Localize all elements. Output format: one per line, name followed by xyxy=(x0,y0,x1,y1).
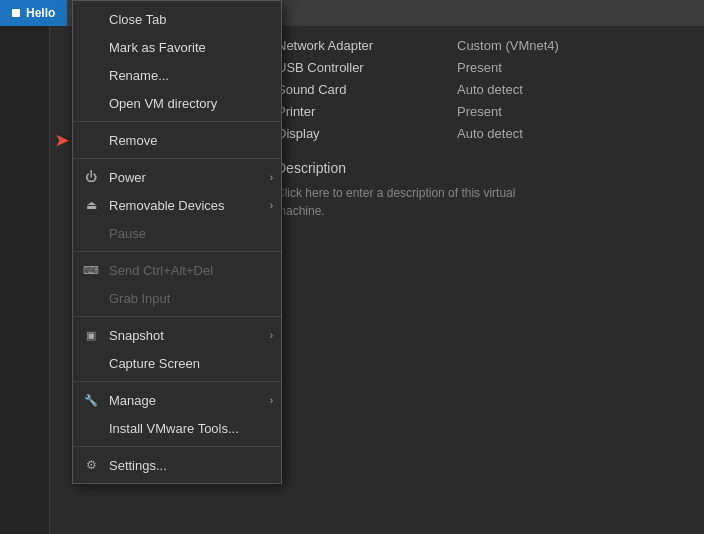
device-name-network: Network Adapter xyxy=(277,38,437,53)
device-value-sound: Auto detect xyxy=(437,82,694,97)
device-name-printer: Printer xyxy=(277,104,437,119)
tab-indicator xyxy=(12,9,20,17)
menu-item-open-vm-dir[interactable]: Open VM directory xyxy=(73,89,281,117)
removable-devices-icon: ⏏ xyxy=(81,195,101,215)
separator-6 xyxy=(73,446,281,447)
menu-item-send-ctrl-alt-del[interactable]: ⌨ Send Ctrl+Alt+Del xyxy=(73,256,281,284)
description-section: Description Click here to enter a descri… xyxy=(260,150,704,230)
settings-label: Settings... xyxy=(109,458,167,473)
power-label: Power xyxy=(109,170,146,185)
separator-2 xyxy=(73,158,281,159)
power-arrow-icon: › xyxy=(270,172,273,183)
device-name-usb: USB Controller xyxy=(277,60,437,75)
pause-label: Pause xyxy=(109,226,146,241)
device-name-sound: Sound Card xyxy=(277,82,437,97)
install-vmware-tools-label: Install VMware Tools... xyxy=(109,421,239,436)
manage-label: Manage xyxy=(109,393,156,408)
separator-3 xyxy=(73,251,281,252)
settings-icon: ⚙ xyxy=(81,455,101,475)
device-row-network[interactable]: Network Adapter Custom (VMnet4) xyxy=(261,34,704,56)
description-title: Description xyxy=(276,160,694,176)
device-value-usb: Present xyxy=(437,60,694,75)
separator-4 xyxy=(73,316,281,317)
menu-item-power[interactable]: ⏻ Power › xyxy=(73,163,281,191)
device-row-display[interactable]: Display Auto detect xyxy=(261,122,704,144)
mark-favorite-label: Mark as Favorite xyxy=(109,40,206,55)
capture-screen-label: Capture Screen xyxy=(109,356,200,371)
remove-label: Remove xyxy=(109,133,157,148)
vm-tab[interactable]: Hello xyxy=(0,0,67,26)
tab-label: Hello xyxy=(26,6,55,20)
menu-item-mark-favorite[interactable]: Mark as Favorite xyxy=(73,33,281,61)
menu-item-settings[interactable]: ⚙ Settings... xyxy=(73,451,281,479)
device-name-display: Display xyxy=(277,126,437,141)
menu-item-install-vmware-tools[interactable]: Install VMware Tools... xyxy=(73,414,281,442)
snapshot-icon: ▣ xyxy=(81,325,101,345)
separator-5 xyxy=(73,381,281,382)
description-text: Click here to enter a description of thi… xyxy=(276,184,694,220)
device-row-printer[interactable]: Printer Present xyxy=(261,100,704,122)
menu-item-grab-input[interactable]: Grab Input xyxy=(73,284,281,312)
rename-label: Rename... xyxy=(109,68,169,83)
send-ctrl-alt-del-label: Send Ctrl+Alt+Del xyxy=(109,263,213,278)
keyboard-icon: ⌨ xyxy=(81,260,101,280)
remove-arrow-icon: ➤ xyxy=(55,131,68,150)
context-menu: Close Tab Mark as Favorite Rename... Ope… xyxy=(72,0,282,484)
sidebar-strip xyxy=(0,26,50,534)
snapshot-arrow-icon: › xyxy=(270,330,273,341)
menu-item-close-tab[interactable]: Close Tab xyxy=(73,5,281,33)
menu-item-manage[interactable]: 🔧 Manage › xyxy=(73,386,281,414)
removable-devices-arrow-icon: › xyxy=(270,200,273,211)
open-vm-dir-label: Open VM directory xyxy=(109,96,217,111)
menu-item-removable-devices[interactable]: ⏏ Removable Devices › xyxy=(73,191,281,219)
close-tab-label: Close Tab xyxy=(109,12,167,27)
removable-devices-label: Removable Devices xyxy=(109,198,225,213)
device-row-sound[interactable]: Sound Card Auto detect xyxy=(261,78,704,100)
manage-icon: 🔧 xyxy=(81,390,101,410)
menu-item-remove[interactable]: ➤ Remove xyxy=(73,126,281,154)
menu-item-capture-screen[interactable]: Capture Screen xyxy=(73,349,281,377)
menu-item-snapshot[interactable]: ▣ Snapshot › xyxy=(73,321,281,349)
menu-item-rename[interactable]: Rename... xyxy=(73,61,281,89)
power-icon: ⏻ xyxy=(81,167,101,187)
device-value-network: Custom (VMnet4) xyxy=(437,38,694,53)
menu-item-pause[interactable]: Pause xyxy=(73,219,281,247)
grab-input-label: Grab Input xyxy=(109,291,170,306)
manage-arrow-icon: › xyxy=(270,395,273,406)
device-value-display: Auto detect xyxy=(437,126,694,141)
device-row-usb[interactable]: USB Controller Present xyxy=(261,56,704,78)
snapshot-label: Snapshot xyxy=(109,328,164,343)
device-value-printer: Present xyxy=(437,104,694,119)
separator-1 xyxy=(73,121,281,122)
device-list: Network Adapter Custom (VMnet4) USB Cont… xyxy=(261,26,704,152)
